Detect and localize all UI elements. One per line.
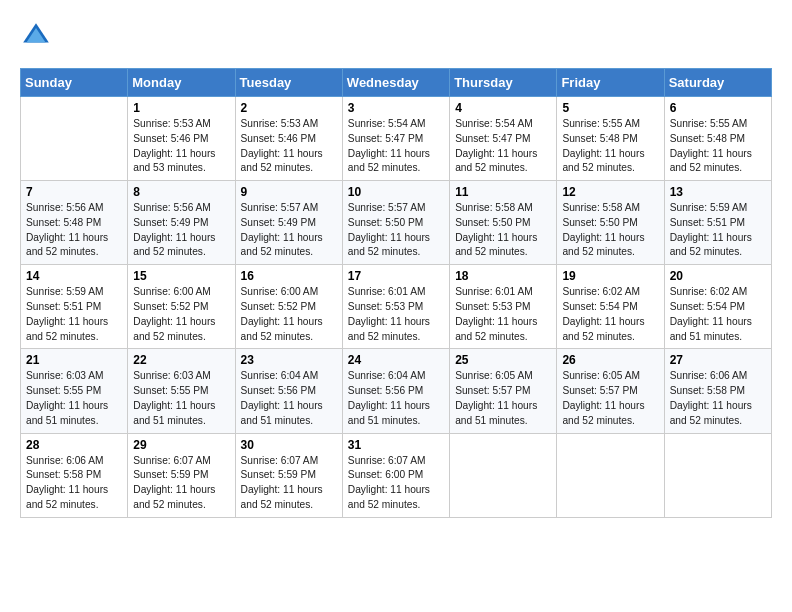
calendar-cell: 31Sunrise: 6:07 AM Sunset: 6:00 PM Dayli… xyxy=(342,433,449,517)
calendar-cell: 12Sunrise: 5:58 AM Sunset: 5:50 PM Dayli… xyxy=(557,181,664,265)
day-number: 10 xyxy=(348,185,444,199)
calendar-table: SundayMondayTuesdayWednesdayThursdayFrid… xyxy=(20,68,772,518)
day-info: Sunrise: 6:02 AM Sunset: 5:54 PM Dayligh… xyxy=(670,285,766,344)
day-number: 28 xyxy=(26,438,122,452)
day-info: Sunrise: 6:00 AM Sunset: 5:52 PM Dayligh… xyxy=(241,285,337,344)
calendar-week-row: 1Sunrise: 5:53 AM Sunset: 5:46 PM Daylig… xyxy=(21,97,772,181)
day-info: Sunrise: 5:56 AM Sunset: 5:49 PM Dayligh… xyxy=(133,201,229,260)
day-number: 30 xyxy=(241,438,337,452)
day-info: Sunrise: 5:58 AM Sunset: 5:50 PM Dayligh… xyxy=(562,201,658,260)
day-info: Sunrise: 5:54 AM Sunset: 5:47 PM Dayligh… xyxy=(455,117,551,176)
calendar-cell: 5Sunrise: 5:55 AM Sunset: 5:48 PM Daylig… xyxy=(557,97,664,181)
day-number: 2 xyxy=(241,101,337,115)
day-info: Sunrise: 6:01 AM Sunset: 5:53 PM Dayligh… xyxy=(455,285,551,344)
calendar-cell: 11Sunrise: 5:58 AM Sunset: 5:50 PM Dayli… xyxy=(450,181,557,265)
day-number: 21 xyxy=(26,353,122,367)
day-number: 8 xyxy=(133,185,229,199)
day-number: 20 xyxy=(670,269,766,283)
day-of-week-header: Friday xyxy=(557,69,664,97)
calendar-cell: 25Sunrise: 6:05 AM Sunset: 5:57 PM Dayli… xyxy=(450,349,557,433)
day-info: Sunrise: 6:01 AM Sunset: 5:53 PM Dayligh… xyxy=(348,285,444,344)
day-of-week-header: Thursday xyxy=(450,69,557,97)
day-number: 26 xyxy=(562,353,658,367)
calendar-cell: 15Sunrise: 6:00 AM Sunset: 5:52 PM Dayli… xyxy=(128,265,235,349)
day-number: 14 xyxy=(26,269,122,283)
day-of-week-header: Tuesday xyxy=(235,69,342,97)
day-number: 1 xyxy=(133,101,229,115)
day-info: Sunrise: 5:57 AM Sunset: 5:50 PM Dayligh… xyxy=(348,201,444,260)
calendar-cell xyxy=(557,433,664,517)
day-number: 18 xyxy=(455,269,551,283)
calendar-cell: 16Sunrise: 6:00 AM Sunset: 5:52 PM Dayli… xyxy=(235,265,342,349)
day-info: Sunrise: 6:03 AM Sunset: 5:55 PM Dayligh… xyxy=(26,369,122,428)
calendar-cell: 3Sunrise: 5:54 AM Sunset: 5:47 PM Daylig… xyxy=(342,97,449,181)
calendar-cell: 29Sunrise: 6:07 AM Sunset: 5:59 PM Dayli… xyxy=(128,433,235,517)
calendar-header-row: SundayMondayTuesdayWednesdayThursdayFrid… xyxy=(21,69,772,97)
day-info: Sunrise: 6:05 AM Sunset: 5:57 PM Dayligh… xyxy=(562,369,658,428)
day-info: Sunrise: 5:59 AM Sunset: 5:51 PM Dayligh… xyxy=(670,201,766,260)
day-info: Sunrise: 6:04 AM Sunset: 5:56 PM Dayligh… xyxy=(241,369,337,428)
day-number: 29 xyxy=(133,438,229,452)
day-of-week-header: Sunday xyxy=(21,69,128,97)
day-info: Sunrise: 5:58 AM Sunset: 5:50 PM Dayligh… xyxy=(455,201,551,260)
day-number: 13 xyxy=(670,185,766,199)
calendar-cell: 14Sunrise: 5:59 AM Sunset: 5:51 PM Dayli… xyxy=(21,265,128,349)
day-info: Sunrise: 5:53 AM Sunset: 5:46 PM Dayligh… xyxy=(241,117,337,176)
day-info: Sunrise: 6:07 AM Sunset: 5:59 PM Dayligh… xyxy=(133,454,229,513)
day-number: 31 xyxy=(348,438,444,452)
day-number: 22 xyxy=(133,353,229,367)
day-info: Sunrise: 6:07 AM Sunset: 6:00 PM Dayligh… xyxy=(348,454,444,513)
day-number: 19 xyxy=(562,269,658,283)
calendar-cell: 9Sunrise: 5:57 AM Sunset: 5:49 PM Daylig… xyxy=(235,181,342,265)
day-number: 16 xyxy=(241,269,337,283)
calendar-cell: 2Sunrise: 5:53 AM Sunset: 5:46 PM Daylig… xyxy=(235,97,342,181)
calendar-cell: 22Sunrise: 6:03 AM Sunset: 5:55 PM Dayli… xyxy=(128,349,235,433)
calendar-cell: 23Sunrise: 6:04 AM Sunset: 5:56 PM Dayli… xyxy=(235,349,342,433)
day-number: 6 xyxy=(670,101,766,115)
day-info: Sunrise: 5:54 AM Sunset: 5:47 PM Dayligh… xyxy=(348,117,444,176)
calendar-cell: 17Sunrise: 6:01 AM Sunset: 5:53 PM Dayli… xyxy=(342,265,449,349)
calendar-cell: 30Sunrise: 6:07 AM Sunset: 5:59 PM Dayli… xyxy=(235,433,342,517)
calendar-cell: 4Sunrise: 5:54 AM Sunset: 5:47 PM Daylig… xyxy=(450,97,557,181)
calendar-cell: 26Sunrise: 6:05 AM Sunset: 5:57 PM Dayli… xyxy=(557,349,664,433)
day-number: 7 xyxy=(26,185,122,199)
calendar-cell: 18Sunrise: 6:01 AM Sunset: 5:53 PM Dayli… xyxy=(450,265,557,349)
calendar-cell xyxy=(664,433,771,517)
calendar-cell: 1Sunrise: 5:53 AM Sunset: 5:46 PM Daylig… xyxy=(128,97,235,181)
day-number: 17 xyxy=(348,269,444,283)
day-number: 23 xyxy=(241,353,337,367)
day-number: 9 xyxy=(241,185,337,199)
calendar-cell: 28Sunrise: 6:06 AM Sunset: 5:58 PM Dayli… xyxy=(21,433,128,517)
page-header xyxy=(20,20,772,52)
calendar-cell: 27Sunrise: 6:06 AM Sunset: 5:58 PM Dayli… xyxy=(664,349,771,433)
calendar-cell: 10Sunrise: 5:57 AM Sunset: 5:50 PM Dayli… xyxy=(342,181,449,265)
calendar-week-row: 14Sunrise: 5:59 AM Sunset: 5:51 PM Dayli… xyxy=(21,265,772,349)
calendar-week-row: 7Sunrise: 5:56 AM Sunset: 5:48 PM Daylig… xyxy=(21,181,772,265)
calendar-cell: 7Sunrise: 5:56 AM Sunset: 5:48 PM Daylig… xyxy=(21,181,128,265)
calendar-cell xyxy=(450,433,557,517)
calendar-cell: 13Sunrise: 5:59 AM Sunset: 5:51 PM Dayli… xyxy=(664,181,771,265)
calendar-cell: 24Sunrise: 6:04 AM Sunset: 5:56 PM Dayli… xyxy=(342,349,449,433)
day-info: Sunrise: 6:05 AM Sunset: 5:57 PM Dayligh… xyxy=(455,369,551,428)
day-number: 27 xyxy=(670,353,766,367)
day-number: 11 xyxy=(455,185,551,199)
day-of-week-header: Wednesday xyxy=(342,69,449,97)
day-number: 4 xyxy=(455,101,551,115)
day-info: Sunrise: 6:06 AM Sunset: 5:58 PM Dayligh… xyxy=(26,454,122,513)
logo-icon xyxy=(20,20,52,52)
calendar-week-row: 28Sunrise: 6:06 AM Sunset: 5:58 PM Dayli… xyxy=(21,433,772,517)
day-info: Sunrise: 6:03 AM Sunset: 5:55 PM Dayligh… xyxy=(133,369,229,428)
day-info: Sunrise: 5:55 AM Sunset: 5:48 PM Dayligh… xyxy=(670,117,766,176)
day-info: Sunrise: 5:56 AM Sunset: 5:48 PM Dayligh… xyxy=(26,201,122,260)
day-number: 3 xyxy=(348,101,444,115)
day-info: Sunrise: 6:04 AM Sunset: 5:56 PM Dayligh… xyxy=(348,369,444,428)
day-info: Sunrise: 6:06 AM Sunset: 5:58 PM Dayligh… xyxy=(670,369,766,428)
day-info: Sunrise: 5:57 AM Sunset: 5:49 PM Dayligh… xyxy=(241,201,337,260)
day-number: 24 xyxy=(348,353,444,367)
day-number: 5 xyxy=(562,101,658,115)
day-info: Sunrise: 6:07 AM Sunset: 5:59 PM Dayligh… xyxy=(241,454,337,513)
calendar-cell: 21Sunrise: 6:03 AM Sunset: 5:55 PM Dayli… xyxy=(21,349,128,433)
day-info: Sunrise: 5:55 AM Sunset: 5:48 PM Dayligh… xyxy=(562,117,658,176)
logo xyxy=(20,20,56,52)
calendar-cell: 20Sunrise: 6:02 AM Sunset: 5:54 PM Dayli… xyxy=(664,265,771,349)
